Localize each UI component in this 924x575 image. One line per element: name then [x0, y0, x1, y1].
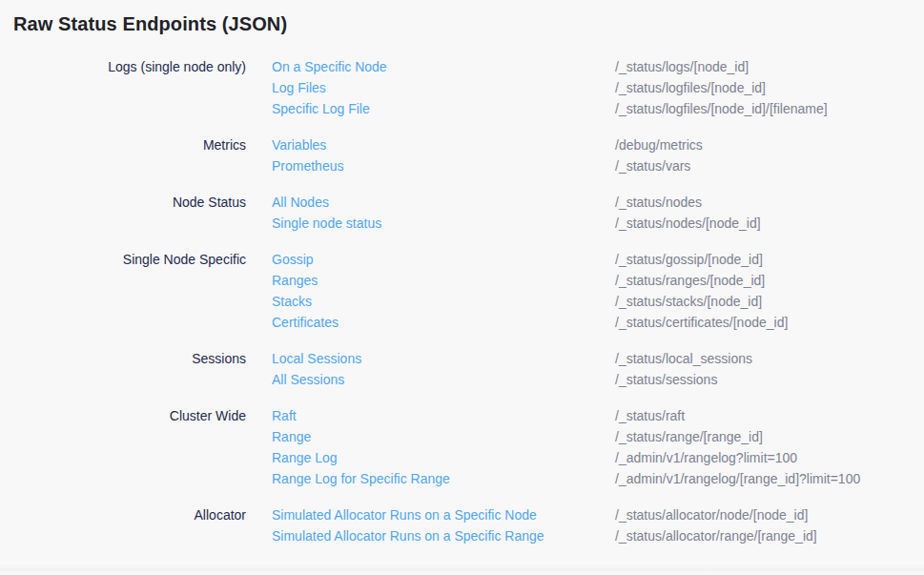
- endpoint-category-label: Node Status: [0, 192, 246, 234]
- endpoint-path: /_status/local_sessions: [615, 348, 924, 369]
- endpoint-path: /_status/sessions: [615, 369, 924, 390]
- endpoint-path: /_status/certificates/[node_id]: [615, 312, 924, 333]
- endpoint-paths-column: /_status/nodes/_status/nodes/[node_id]: [615, 192, 924, 234]
- endpoint-link[interactable]: Stacks: [272, 291, 615, 312]
- endpoint-paths-column: /_status/logs/[node_id]/_status/logfiles…: [615, 56, 924, 119]
- endpoint-group: Logs (single node only)On a Specific Nod…: [0, 56, 924, 119]
- raw-status-endpoints-page: Raw Status Endpoints (JSON) Logs (single…: [0, 0, 924, 575]
- endpoint-link[interactable]: Ranges: [272, 270, 615, 291]
- endpoint-path: /_status/range/[range_id]: [615, 426, 924, 447]
- endpoint-category-label: Single Node Specific: [0, 249, 246, 333]
- endpoint-path: /_status/logfiles/[node_id]/[filename]: [615, 98, 924, 119]
- endpoint-link[interactable]: All Sessions: [272, 369, 615, 390]
- endpoint-path: /_status/ranges/[node_id]: [615, 270, 924, 291]
- page-title: Raw Status Endpoints (JSON): [13, 12, 924, 35]
- endpoint-link[interactable]: Simulated Allocator Runs on a Specific N…: [272, 504, 615, 525]
- endpoint-link[interactable]: Raft: [272, 405, 615, 426]
- endpoint-link[interactable]: On a Specific Node: [272, 56, 615, 77]
- endpoint-path: /_status/nodes: [615, 192, 924, 213]
- panel-bottom-edge: [0, 562, 924, 571]
- endpoint-link[interactable]: Range Log for Specific Range: [272, 468, 615, 489]
- endpoint-link[interactable]: Range: [272, 426, 615, 447]
- endpoint-links-column: VariablesPrometheus: [246, 134, 615, 176]
- endpoint-path: /_status/nodes/[node_id]: [615, 213, 924, 234]
- endpoint-path: /_status/logfiles/[node_id]: [615, 77, 924, 98]
- endpoint-paths-column: /debug/metrics/_status/vars: [615, 134, 924, 176]
- endpoint-links-column: On a Specific NodeLog FilesSpecific Log …: [246, 56, 615, 119]
- endpoint-category-label: Logs (single node only): [0, 56, 246, 119]
- endpoint-link[interactable]: Specific Log File: [272, 98, 615, 119]
- endpoint-group: AllocatorSimulated Allocator Runs on a S…: [0, 504, 924, 546]
- endpoint-path: /_admin/v1/rangelog?limit=100: [615, 447, 924, 468]
- endpoint-groups: Logs (single node only)On a Specific Nod…: [0, 56, 924, 546]
- endpoint-link[interactable]: Single node status: [272, 213, 615, 234]
- endpoint-link[interactable]: Simulated Allocator Runs on a Specific R…: [272, 525, 615, 546]
- endpoint-path: /_status/raft: [615, 405, 924, 426]
- endpoint-group: Node StatusAll NodesSingle node status/_…: [0, 192, 924, 234]
- endpoint-path: /_status/logs/[node_id]: [615, 56, 924, 77]
- endpoint-links-column: GossipRangesStacksCertificates: [246, 249, 615, 333]
- endpoint-group: MetricsVariablesPrometheus/debug/metrics…: [0, 134, 924, 176]
- endpoint-link[interactable]: Prometheus: [272, 155, 615, 176]
- endpoint-group: SessionsLocal SessionsAll Sessions/_stat…: [0, 348, 924, 390]
- endpoint-category-label: Sessions: [0, 348, 246, 390]
- endpoint-path: /_admin/v1/rangelog/[range_id]?limit=100: [615, 468, 924, 489]
- endpoint-link[interactable]: Range Log: [272, 447, 615, 468]
- endpoint-link[interactable]: Log Files: [272, 77, 615, 98]
- endpoint-path: /_status/gossip/[node_id]: [615, 249, 924, 270]
- raw-status-endpoints-panel: Raw Status Endpoints (JSON) Logs (single…: [0, 0, 924, 546]
- endpoint-link[interactable]: All Nodes: [272, 192, 615, 213]
- endpoint-links-column: Simulated Allocator Runs on a Specific N…: [246, 504, 615, 546]
- endpoint-category-label: Allocator: [0, 504, 246, 546]
- endpoint-links-column: RaftRangeRange LogRange Log for Specific…: [246, 405, 615, 489]
- endpoint-links-column: Local SessionsAll Sessions: [246, 348, 615, 390]
- endpoint-group: Single Node SpecificGossipRangesStacksCe…: [0, 249, 924, 333]
- endpoint-path: /_status/allocator/node/[node_id]: [615, 504, 924, 525]
- endpoint-paths-column: /_status/allocator/node/[node_id]/_statu…: [615, 504, 924, 546]
- endpoint-category-label: Metrics: [0, 134, 246, 176]
- endpoint-links-column: All NodesSingle node status: [246, 192, 615, 234]
- endpoint-paths-column: /_status/raft/_status/range/[range_id]/_…: [615, 405, 924, 489]
- endpoint-group: Cluster WideRaftRangeRange LogRange Log …: [0, 405, 924, 489]
- endpoint-link[interactable]: Local Sessions: [272, 348, 615, 369]
- endpoint-path: /_status/stacks/[node_id]: [615, 291, 924, 312]
- endpoint-link[interactable]: Gossip: [272, 249, 615, 270]
- endpoint-link[interactable]: Certificates: [272, 312, 615, 333]
- endpoint-link[interactable]: Variables: [272, 134, 615, 155]
- endpoint-path: /_status/vars: [615, 155, 924, 176]
- endpoint-paths-column: /_status/local_sessions/_status/sessions: [615, 348, 924, 390]
- endpoint-category-label: Cluster Wide: [0, 405, 246, 489]
- endpoint-path: /_status/allocator/range/[range_id]: [615, 525, 924, 546]
- endpoint-paths-column: /_status/gossip/[node_id]/_status/ranges…: [615, 249, 924, 333]
- endpoint-path: /debug/metrics: [615, 134, 924, 155]
